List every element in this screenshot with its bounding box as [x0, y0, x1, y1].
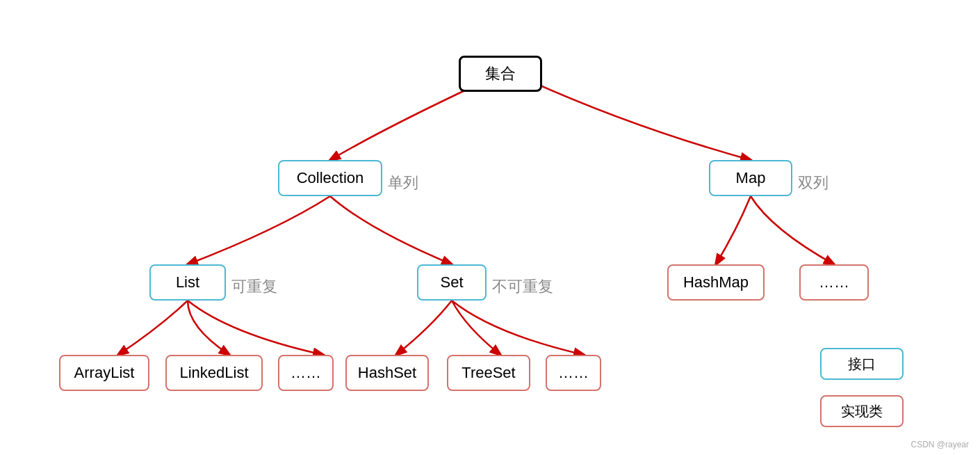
node-set: Set — [417, 264, 487, 301]
label-collection-sub: 单列 — [388, 173, 418, 193]
node-linkedlist: LinkedList — [165, 355, 263, 391]
label-map-sub: 双列 — [798, 173, 828, 193]
legend-impl: 实现类 — [820, 395, 904, 427]
node-list: List — [149, 264, 226, 301]
node-root: 集合 — [459, 56, 542, 92]
node-map-etc: …… — [799, 264, 869, 301]
node-map: Map — [709, 160, 792, 196]
node-set-etc: …… — [546, 355, 601, 391]
node-arraylist: ArrayList — [59, 355, 149, 391]
label-set-sub: 不可重复 — [492, 276, 553, 297]
node-list-etc: …… — [278, 355, 334, 391]
node-collection: Collection — [278, 160, 382, 196]
diagram-container: 集合 Collection Map List Set HashMap …… Ar… — [0, 0, 980, 455]
watermark: CSDN @rayear — [910, 440, 969, 449]
node-hashmap: HashMap — [667, 264, 765, 301]
node-treeset: TreeSet — [447, 355, 530, 391]
legend-interface: 接口 — [820, 348, 904, 380]
label-list-sub: 可重复 — [231, 276, 277, 297]
node-hashset: HashSet — [345, 355, 429, 391]
